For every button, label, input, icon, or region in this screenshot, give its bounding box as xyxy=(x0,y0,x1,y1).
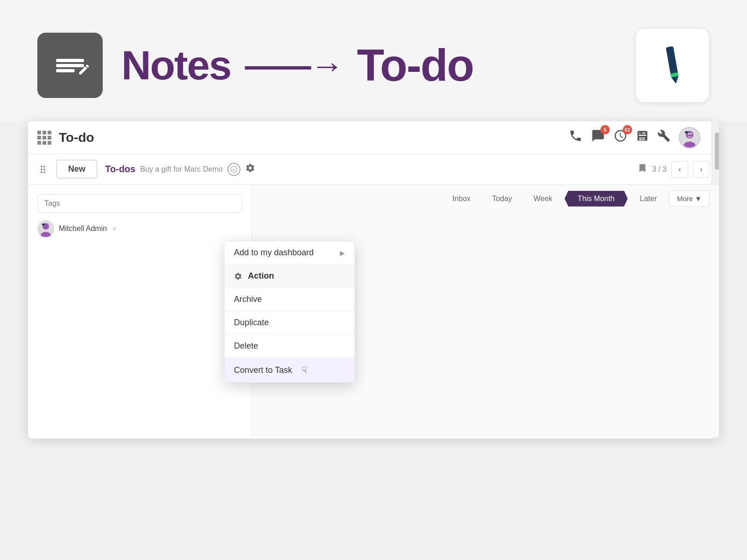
grid-dot xyxy=(42,141,46,145)
hero-section: Notes ——→ To-do xyxy=(0,0,747,121)
tab-today[interactable]: Today xyxy=(483,191,521,207)
header-icons: 5 61 xyxy=(569,127,700,148)
bookmark-icon-svg xyxy=(637,163,648,173)
check-icon-btn[interactable] xyxy=(227,163,240,176)
chat-icon-btn[interactable]: 5 xyxy=(591,129,605,146)
svg-point-15 xyxy=(231,166,237,172)
svg-point-11 xyxy=(41,168,42,170)
user-avatar xyxy=(680,128,699,147)
tab-later[interactable]: Later xyxy=(630,191,666,207)
svg-rect-19 xyxy=(42,224,45,225)
notes-pencil-icon xyxy=(78,63,91,76)
grid-dot xyxy=(37,131,41,134)
tool-icon xyxy=(657,129,670,142)
tags-input[interactable] xyxy=(37,194,242,213)
svg-rect-8 xyxy=(685,131,688,133)
convert-to-task-label: Convert to Task xyxy=(234,365,292,375)
duplicate-label: Duplicate xyxy=(234,318,269,328)
delete-item[interactable]: Delete xyxy=(225,335,354,358)
dropdown-menu: Add to my dashboard ▶ Action Archive Dup… xyxy=(224,241,355,383)
grid-dot xyxy=(48,131,51,134)
assignee-row: Mitchell Admin × xyxy=(37,220,242,237)
chat-badge: 5 xyxy=(600,125,610,134)
action-gear-icon xyxy=(234,272,242,280)
assignee-avatar-icon xyxy=(37,220,54,237)
tab-this-month[interactable]: This Month xyxy=(564,191,627,207)
filter-tabs: Inbox Today Week This Month Later More ▼ xyxy=(434,185,719,212)
tab-inbox[interactable]: Inbox xyxy=(443,191,480,207)
page-counter: 3 / 3 xyxy=(652,165,667,174)
more-chevron-icon: ▼ xyxy=(695,195,702,203)
grid-dot xyxy=(42,136,46,140)
header-title: To-do xyxy=(59,130,569,145)
grid-dot xyxy=(37,136,41,140)
grid-menu-icon[interactable] xyxy=(37,131,51,145)
clock-icon-btn[interactable]: 61 xyxy=(613,129,627,146)
pagination: 3 / 3 ‹ › xyxy=(637,161,710,178)
new-button[interactable]: New xyxy=(56,160,98,179)
action-header: Action xyxy=(225,265,354,288)
clock-badge: 61 xyxy=(623,125,632,134)
drag-handle[interactable] xyxy=(37,164,49,175)
add-dashboard-item[interactable]: Add to my dashboard ▶ xyxy=(225,241,354,265)
app-window: To-do 5 61 xyxy=(28,121,719,439)
user-avatar-btn[interactable] xyxy=(679,127,700,148)
more-label: More xyxy=(677,195,693,203)
remove-assignee-btn[interactable]: × xyxy=(113,225,116,232)
notes-icon-box xyxy=(37,33,103,98)
grid-dot xyxy=(48,136,51,140)
drag-handle-icon xyxy=(37,164,49,175)
svg-marker-2 xyxy=(671,76,679,84)
grid-dot xyxy=(37,141,41,145)
todo-text: To-do xyxy=(357,40,473,91)
notes-icon-inner xyxy=(56,59,84,72)
scrollbar-thumb[interactable] xyxy=(715,133,719,170)
pen-icon xyxy=(645,38,699,92)
content-area: Mitchell Admin × Inbox Today Week This M… xyxy=(28,185,719,437)
notes-line-3 xyxy=(56,69,75,72)
assignee-avatar xyxy=(37,220,54,237)
cursor-hand-icon: ☟ xyxy=(302,364,307,376)
archive-item[interactable]: Archive xyxy=(225,288,354,311)
hero-arrow-icon: ——→ xyxy=(245,46,343,84)
submenu-arrow-icon: ▶ xyxy=(340,249,345,257)
svg-point-9 xyxy=(41,166,42,168)
todos-section: To-dos Buy a gift for Marc Demo xyxy=(105,163,630,176)
settings-gear-btn[interactable] xyxy=(245,163,255,176)
hero-title: Notes ——→ To-do xyxy=(121,40,616,91)
todos-label[interactable]: To-dos xyxy=(105,164,135,175)
delete-label: Delete xyxy=(234,341,258,351)
grid-dot xyxy=(48,141,51,145)
notes-line-1 xyxy=(56,59,84,62)
duplicate-item[interactable]: Duplicate xyxy=(225,311,354,335)
left-panel: Mitchell Admin × xyxy=(28,185,252,437)
convert-to-task-item[interactable]: Convert to Task ☟ xyxy=(225,358,354,382)
svg-point-12 xyxy=(43,168,45,170)
phone-icon xyxy=(569,129,583,143)
pen-icon-box xyxy=(635,28,710,103)
tab-week[interactable]: Week xyxy=(524,191,562,207)
svg-point-13 xyxy=(41,171,42,173)
prev-page-btn[interactable]: ‹ xyxy=(671,161,688,178)
bookmark-icon xyxy=(637,163,648,176)
grid-dot xyxy=(42,131,46,134)
calculator-icon xyxy=(636,129,649,142)
archive-label: Archive xyxy=(234,294,262,304)
todo-description: Buy a gift for Marc Demo xyxy=(140,165,223,174)
notes-text: Notes xyxy=(121,42,231,89)
toolbar-row: New To-dos Buy a gift for Marc Demo xyxy=(28,154,719,185)
tab-more-btn[interactable]: More ▼ xyxy=(669,190,710,207)
calculator-icon-btn[interactable] xyxy=(636,129,649,146)
svg-point-7 xyxy=(690,133,692,134)
add-dashboard-label: Add to my dashboard xyxy=(234,248,314,258)
tool-icon-btn[interactable] xyxy=(657,129,670,146)
gear-icon xyxy=(245,163,255,173)
phone-icon-btn[interactable] xyxy=(569,129,583,146)
check-icon xyxy=(230,166,238,173)
next-page-btn[interactable]: › xyxy=(693,161,710,178)
svg-point-10 xyxy=(43,166,45,168)
action-label: Action xyxy=(248,271,274,281)
svg-point-14 xyxy=(43,171,45,173)
app-header: To-do 5 61 xyxy=(28,121,719,154)
assignee-name: Mitchell Admin xyxy=(59,224,107,233)
